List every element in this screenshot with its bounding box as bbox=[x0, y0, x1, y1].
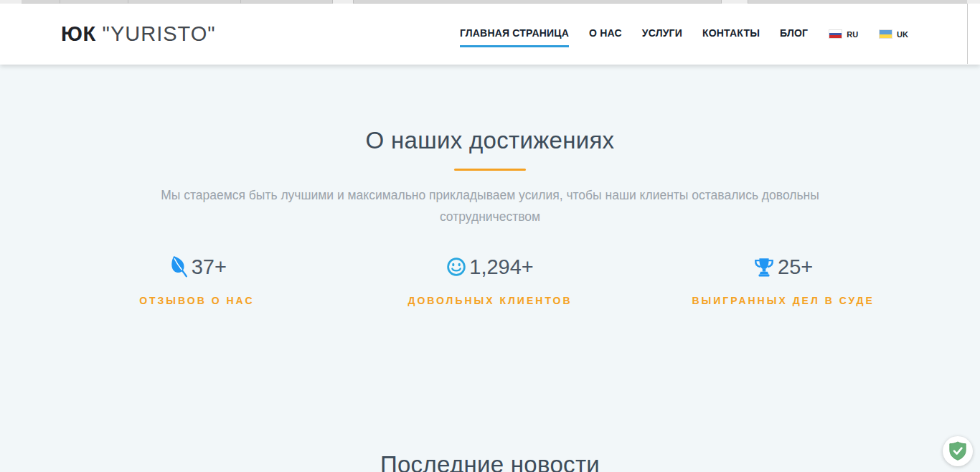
tab-divider bbox=[721, 0, 722, 4]
tab-strip-segment bbox=[967, 0, 980, 4]
ukraine-flag-icon bbox=[880, 30, 892, 38]
site-logo[interactable]: ЮК "YURISTO" bbox=[61, 22, 216, 46]
achievements-section: О наших достижениях Мы стараемся быть лу… bbox=[0, 65, 980, 306]
nav-item-home[interactable]: ГЛАВНАЯ СТРАНИЦА bbox=[460, 22, 569, 47]
stat-clients-label: ДОВОЛЬНЫХ КЛИЕНТОВ bbox=[344, 295, 637, 306]
smiley-icon bbox=[446, 257, 466, 277]
tab-divider bbox=[748, 0, 748, 4]
achievements-subtitle: Мы стараемся быть лучшими и максимально … bbox=[151, 184, 829, 227]
adguard-shield-badge[interactable] bbox=[943, 436, 973, 466]
tab-strip-segment bbox=[332, 0, 353, 4]
lang-ru-label: RU bbox=[847, 30, 858, 39]
stat-clients: 1,294+ ДОВОЛЬНЫХ КЛИЕНТОВ bbox=[344, 254, 637, 306]
shield-check-icon bbox=[948, 441, 967, 461]
logo-name: "YURISTO" bbox=[103, 22, 216, 46]
title-divider bbox=[454, 169, 526, 171]
browser-tab-strip bbox=[0, 0, 980, 4]
russia-flag-icon bbox=[829, 30, 842, 38]
leaf-icon bbox=[167, 255, 189, 278]
lang-uk-label: UK bbox=[897, 30, 908, 39]
stat-clients-value: 1,294+ bbox=[469, 255, 534, 279]
nav-item-services[interactable]: УСЛУГИ bbox=[642, 22, 682, 47]
news-section: Последние новости bbox=[0, 451, 980, 472]
achievements-title: О наших достижениях bbox=[0, 127, 980, 154]
lang-switch-uk[interactable]: UK bbox=[880, 30, 908, 39]
scrollbar-edge bbox=[967, 4, 968, 64]
trophy-icon bbox=[753, 257, 775, 278]
tab-divider bbox=[240, 0, 241, 4]
stat-reviews-label: ОТЗЫВОВ О НАС bbox=[50, 295, 344, 306]
stat-cases-label: ВЫИГРАННЫХ ДЕЛ В СУДЕ bbox=[636, 295, 930, 306]
nav-item-about[interactable]: О НАС bbox=[589, 22, 622, 47]
page: ЮК "YURISTO" ГЛАВНАЯ СТРАНИЦА О НАС УСЛУ… bbox=[0, 0, 980, 472]
stats-row: 37+ ОТЗЫВОВ О НАС bbox=[50, 254, 930, 306]
site-header: ЮК "YURISTO" ГЛАВНАЯ СТРАНИЦА О НАС УСЛУ… bbox=[0, 4, 980, 65]
stat-cases: 25+ ВЫИГРАННЫХ ДЕЛ В СУДЕ bbox=[636, 254, 930, 306]
main-content: О наших достижениях Мы стараемся быть лу… bbox=[0, 65, 980, 472]
main-nav: ГЛАВНАЯ СТРАНИЦА О НАС УСЛУГИ КОНТАКТЫ Б… bbox=[440, 22, 908, 47]
stat-cases-value: 25+ bbox=[778, 255, 813, 279]
lang-switch-ru[interactable]: RU bbox=[829, 30, 858, 39]
tab-strip-segment bbox=[721, 0, 748, 4]
nav-item-contacts[interactable]: КОНТАКТЫ bbox=[702, 22, 760, 47]
nav-item-blog[interactable]: БЛОГ bbox=[780, 22, 808, 47]
stat-reviews-value-row: 37+ bbox=[50, 254, 344, 280]
tab-divider bbox=[128, 0, 128, 4]
stat-reviews: 37+ ОТЗЫВОВ О НАС bbox=[50, 254, 344, 306]
tab-divider bbox=[353, 0, 354, 4]
stat-cases-value-row: 25+ bbox=[636, 254, 930, 280]
stat-reviews-value: 37+ bbox=[192, 255, 227, 279]
tab-divider bbox=[332, 0, 333, 4]
tab-divider bbox=[60, 0, 60, 4]
news-title: Последние новости bbox=[0, 451, 980, 472]
tab-strip-segment bbox=[0, 0, 22, 4]
logo-abbreviation: ЮК bbox=[61, 22, 96, 46]
stat-clients-value-row: 1,294+ bbox=[344, 254, 637, 280]
